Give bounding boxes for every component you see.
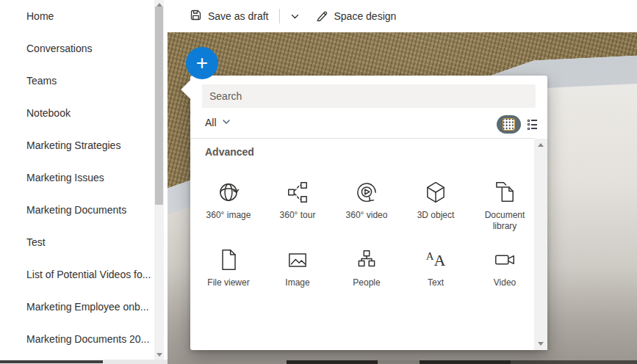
tile-label: People: [353, 277, 380, 288]
globe-360-icon: [215, 178, 242, 206]
tile-image[interactable]: Image: [263, 236, 332, 303]
sidebar-item-marketing-documents-20[interactable]: Marketing Documents 20...: [0, 323, 154, 355]
file-page-icon: [215, 246, 242, 274]
sidebar-horizontal-scrollbar[interactable]: [0, 360, 168, 364]
tour-360-icon: [284, 178, 312, 206]
panel-divider: [190, 138, 534, 139]
space-design-button[interactable]: Space design: [312, 4, 401, 28]
tile-label: Text: [428, 277, 444, 288]
tile-360-tour[interactable]: 360° tour: [263, 168, 332, 236]
view-toggle-group: [497, 115, 539, 134]
sidebar-item-marketing-documents[interactable]: Marketing Documents: [0, 194, 154, 226]
space-design-label: Space design: [334, 10, 397, 22]
spaces-editor-app: Home Conversations Teams Notebook Market…: [0, 0, 637, 364]
sidebar-item-marketing-issues[interactable]: Marketing Issues: [0, 161, 154, 194]
tile-text[interactable]: A A Text: [401, 236, 470, 303]
video-camera-icon: [491, 246, 519, 274]
grid-view-icon: [503, 119, 514, 130]
tile-label: Image: [285, 277, 309, 288]
filter-label: All: [205, 117, 217, 128]
left-nav-sidebar: Home Conversations Teams Notebook Market…: [0, 0, 154, 360]
sidebar-item-home[interactable]: Home: [0, 0, 154, 32]
photo-table-edge: [287, 360, 637, 364]
sidebar-item-potential-videos[interactable]: List of Potential Videos fo...: [0, 258, 154, 291]
pencil-icon: [316, 9, 328, 23]
save-options-chevron-button[interactable]: [286, 4, 304, 28]
tile-label: 3D object: [417, 210, 455, 221]
web-part-picker-panel: All Advanced: [190, 76, 547, 350]
tile-video[interactable]: Video: [470, 236, 539, 303]
toolbar-divider: [279, 9, 280, 23]
video-360-icon: [353, 178, 381, 206]
save-as-draft-label: Save as draft: [208, 10, 269, 22]
section-title: Advanced: [205, 146, 254, 158]
sidebar-item-test[interactable]: Test: [0, 226, 154, 258]
document-library-icon: [491, 178, 519, 206]
tile-document-library[interactable]: Document library: [470, 168, 539, 236]
list-view-icon: [528, 120, 537, 122]
sidebar-item-teams[interactable]: Teams: [0, 65, 154, 97]
web-part-tile-grid: 360° image 360° tour: [194, 168, 539, 303]
tile-file-viewer[interactable]: File viewer: [194, 236, 263, 303]
sidebar-item-notebook[interactable]: Notebook: [0, 97, 154, 129]
picture-icon: [284, 246, 312, 274]
chevron-down-icon: [222, 117, 231, 128]
save-icon: [190, 9, 202, 23]
cube-3d-icon: [422, 178, 450, 206]
tile-people[interactable]: People: [332, 236, 401, 303]
search-input[interactable]: [202, 84, 536, 108]
plus-icon: +: [196, 53, 208, 73]
scroll-down-arrow-icon[interactable]: [156, 353, 162, 357]
tile-label: 360° image: [206, 210, 251, 221]
horizontal-scrollbar-thumb[interactable]: [0, 360, 103, 363]
org-chart-icon: [353, 246, 381, 274]
tile-360-image[interactable]: 360° image: [194, 168, 263, 236]
tile-360-video[interactable]: 360° video: [332, 168, 401, 236]
sidebar-item-employee-onboarding[interactable]: Marketing Employee onb...: [0, 291, 154, 323]
sidebar-vertical-scrollbar[interactable]: [154, 0, 164, 360]
panel-scroll-down-icon[interactable]: [538, 342, 544, 346]
vertical-scrollbar-thumb[interactable]: [155, 7, 163, 205]
editor-toolbar: Save as draft Space design: [168, 0, 637, 32]
sidebar-item-conversations[interactable]: Conversations: [0, 32, 154, 65]
panel-scroll-up-icon[interactable]: [538, 143, 544, 147]
add-web-part-button[interactable]: +: [186, 47, 218, 79]
sidebar-item-marketing-strategies[interactable]: Marketing Strategies: [0, 129, 154, 161]
tile-label: 360° video: [346, 210, 388, 221]
tile-label: Document library: [473, 210, 536, 232]
text-aa-icon: A A: [422, 246, 450, 274]
tile-3d-object[interactable]: 3D object: [401, 168, 470, 236]
tile-label: 360° tour: [280, 210, 316, 221]
tile-label: File viewer: [207, 277, 249, 288]
tile-label: Video: [494, 277, 516, 288]
filter-dropdown[interactable]: All: [205, 117, 231, 128]
grid-view-toggle[interactable]: [497, 115, 521, 134]
list-view-toggle[interactable]: [526, 118, 539, 131]
save-as-draft-button[interactable]: Save as draft: [185, 4, 273, 28]
